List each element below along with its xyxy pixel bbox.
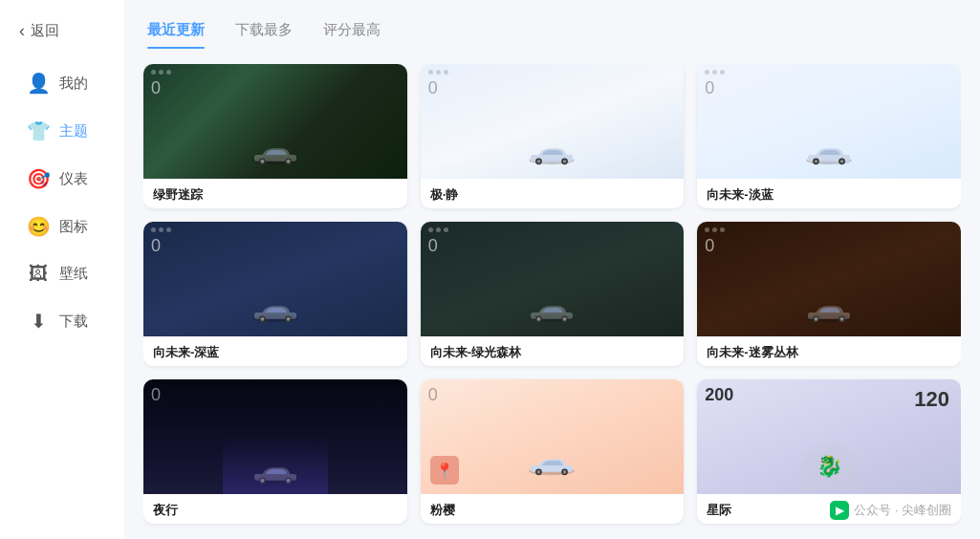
svg-point-17 (840, 160, 844, 163)
card-card-7[interactable]: 0 夜行 蓝 ID 🍃 ⬆ 4200 (143, 379, 407, 524)
card-card-3[interactable]: 0 向未来-淡蓝 蓝 ID 🍃 ⬆ 12852 (697, 64, 961, 208)
theme-grid: 0 绿野迷踪 蓝 ID 🍃 ⬆ 31186 (143, 64, 961, 529)
dashboard-icon: 🎯 (27, 167, 50, 190)
sidebar-item-dashboard[interactable]: 🎯 仪表 (8, 156, 117, 202)
icons-icon: 😊 (27, 215, 50, 238)
card-title: 绿野迷踪 (153, 186, 398, 204)
card-card-2[interactable]: 0 极·静 蓝 ID 🍃 ⬆ 6581 (421, 64, 685, 208)
back-label: 返回 (31, 22, 59, 40)
card-thumbnail: 0 (421, 64, 685, 179)
sidebar-item-theme[interactable]: 👕 主题 (8, 108, 117, 154)
card-title: 星际 (707, 502, 951, 519)
card-info: 夜行 蓝 ID 🍃 ⬆ 4200 (143, 494, 407, 524)
card-title: 向未来-迷雾丛林 (707, 344, 951, 361)
sidebar-label-download: 下载 (59, 313, 88, 331)
card-thumbnail: 0 (143, 379, 407, 494)
card-title: 夜行 (153, 502, 398, 519)
download-icon: ⬇ (27, 310, 50, 333)
card-card-1[interactable]: 0 绿野迷踪 蓝 ID 🍃 ⬆ 31186 (143, 64, 407, 208)
card-info: 向未来-绿光森林 蓝 ID 🍃 ⬆ 7383 (421, 336, 685, 366)
svg-point-9 (537, 160, 541, 163)
card-info: 粉樱 蓝 ID 🍃 ⬆ 3890 (421, 494, 685, 524)
card-thumbnail: 0 (143, 222, 407, 336)
svg-point-3 (260, 160, 264, 163)
svg-point-21 (260, 317, 264, 321)
main-content: 最近更新下载最多评分最高 0 绿野迷踪 (124, 0, 980, 539)
sidebar-label-my: 我的 (59, 75, 88, 93)
svg-point-35 (840, 317, 844, 321)
card-title: 向未来-深蓝 (153, 344, 398, 361)
card-title: 向未来-淡蓝 (707, 186, 951, 204)
svg-point-11 (563, 160, 567, 163)
card-card-9[interactable]: 200 120 🐉 星际 蓝 ID 🍃 ⬆ 2900 (697, 379, 961, 524)
my-icon: 👤 (27, 72, 50, 95)
card-thumbnail: 0 (421, 222, 685, 336)
back-button[interactable]: ‹ 返回 (0, 10, 124, 58)
svg-point-23 (287, 317, 291, 321)
card-info: 星际 蓝 ID 🍃 ⬆ 2900 (697, 494, 961, 524)
card-info: 向未来-淡蓝 蓝 ID 🍃 ⬆ 12852 (697, 179, 961, 208)
card-info: 向未来-迷雾丛林 蓝 ID 🍃 ⬆ 5150 (697, 336, 961, 366)
card-card-5[interactable]: 0 向未来-绿光森林 蓝 ID 🍃 ⬆ 7383 (421, 222, 685, 366)
sidebar-item-icons[interactable]: 😊 图标 (8, 204, 117, 249)
card-title: 向未来-绿光森林 (430, 344, 675, 361)
tab-bar: 最近更新下载最多评分最高 (143, 15, 961, 49)
svg-point-27 (537, 317, 541, 321)
sidebar-item-wallpaper[interactable]: 🖼 壁纸 (8, 251, 117, 296)
tab-top-rated[interactable]: 评分最高 (308, 15, 396, 49)
sidebar-label-icons: 图标 (59, 218, 88, 236)
svg-point-29 (563, 317, 567, 321)
card-info: 向未来-深蓝 蓝 ID 🍃 ⬆ 13269 (143, 336, 407, 366)
card-thumbnail: 0 📍 (421, 379, 685, 494)
svg-point-33 (815, 317, 818, 321)
card-card-4[interactable]: 0 向未来-深蓝 蓝 ID 🍃 ⬆ 13269 (143, 222, 407, 366)
sidebar-label-wallpaper: 壁纸 (59, 265, 88, 283)
sidebar: ‹ 返回 👤 我的 👕 主题 🎯 仪表 😊 图标 🖼 壁纸 ⬇ 下载 (0, 0, 124, 539)
wallpaper-icon: 🖼 (27, 263, 50, 285)
sidebar-label-theme: 主题 (59, 122, 88, 140)
sidebar-label-dashboard: 仪表 (59, 170, 88, 188)
svg-point-45 (537, 470, 541, 474)
sidebar-item-my[interactable]: 👤 我的 (8, 60, 117, 106)
card-title: 极·静 (430, 186, 675, 204)
card-info: 极·静 蓝 ID 🍃 ⬆ 6581 (421, 179, 685, 208)
card-thumbnail: 200 120 🐉 (697, 379, 961, 494)
card-card-8[interactable]: 0 📍 粉樱 蓝 ID 🍃 ⬆ (421, 379, 685, 524)
card-card-6[interactable]: 0 向未来-迷雾丛林 蓝 ID 🍃 ⬆ 5150 (697, 222, 961, 366)
back-arrow-icon: ‹ (19, 21, 25, 41)
sidebar-item-download[interactable]: ⬇ 下载 (8, 298, 117, 344)
theme-icon: 👕 (27, 119, 50, 142)
svg-point-5 (287, 160, 291, 163)
card-thumbnail: 0 (697, 222, 961, 336)
tab-recent[interactable]: 最近更新 (143, 15, 220, 49)
card-thumbnail: 0 (143, 64, 407, 179)
card-title: 粉樱 (430, 502, 675, 519)
svg-point-47 (563, 470, 567, 474)
card-thumbnail: 0 (697, 64, 961, 179)
card-info: 绿野迷踪 蓝 ID 🍃 ⬆ 31186 (143, 179, 407, 208)
svg-point-15 (815, 160, 818, 163)
tab-most-downloaded[interactable]: 下载最多 (220, 15, 308, 49)
